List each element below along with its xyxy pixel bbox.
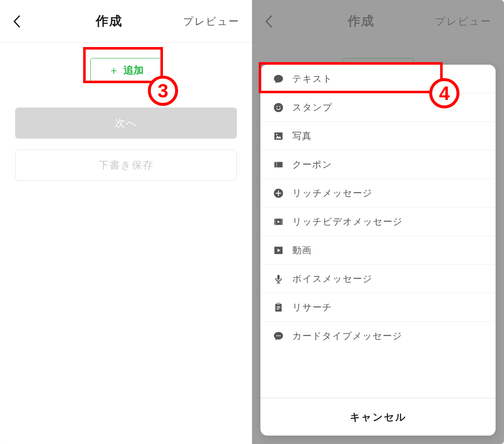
svg-point-24 bbox=[276, 335, 277, 336]
svg-rect-16 bbox=[277, 275, 279, 280]
film-icon bbox=[273, 216, 284, 227]
type-option-rich-video[interactable]: リッチビデオメッセージ bbox=[260, 208, 496, 236]
type-option-video[interactable]: 動画 bbox=[260, 236, 496, 265]
type-picker-sheet: テキスト スタンプ 写真 クーポン リッチメッセージ bbox=[260, 65, 496, 436]
type-option-label: 動画 bbox=[292, 244, 312, 257]
svg-point-1 bbox=[276, 106, 278, 107]
image-icon bbox=[273, 131, 284, 142]
page-title: 作成 bbox=[348, 13, 375, 30]
type-option-label: カードタイプメッセージ bbox=[292, 330, 402, 342]
svg-rect-20 bbox=[277, 303, 280, 304]
type-option-stamp[interactable]: スタンプ bbox=[260, 93, 496, 122]
type-option-label: リッチメッセージ bbox=[292, 187, 373, 200]
save-draft-button[interactable]: 下書き保存 bbox=[15, 150, 237, 181]
svg-rect-3 bbox=[274, 132, 283, 139]
add-button[interactable]: ＋ 追加 bbox=[90, 58, 162, 82]
type-option-label: ボイスメッセージ bbox=[292, 273, 373, 285]
cancel-button-label: キャンセル bbox=[350, 410, 407, 424]
type-option-text[interactable]: テキスト bbox=[260, 65, 496, 93]
type-option-label: テキスト bbox=[292, 73, 333, 85]
back-button[interactable] bbox=[13, 15, 38, 28]
type-option-photo[interactable]: 写真 bbox=[260, 122, 496, 150]
svg-point-2 bbox=[279, 106, 281, 107]
svg-rect-6 bbox=[274, 162, 283, 167]
type-option-label: 写真 bbox=[292, 130, 312, 142]
add-button-label: 追加 bbox=[123, 63, 144, 77]
ticket-icon bbox=[273, 159, 284, 170]
clipboard-icon bbox=[273, 302, 284, 313]
type-option-label: スタンプ bbox=[292, 101, 333, 114]
preview-link[interactable]: プレビュー bbox=[181, 15, 239, 28]
play-icon bbox=[273, 245, 284, 256]
svg-point-0 bbox=[274, 103, 283, 112]
cancel-button[interactable]: キャンセル bbox=[260, 398, 496, 436]
svg-point-5 bbox=[276, 134, 277, 135]
svg-point-26 bbox=[280, 335, 281, 336]
chat-dots-icon bbox=[273, 331, 284, 342]
mic-icon bbox=[273, 273, 284, 284]
chevron-left-icon bbox=[13, 15, 20, 28]
header-right: 作成 プレビュー bbox=[252, 0, 504, 43]
plus-circle-icon bbox=[273, 188, 284, 199]
type-option-coupon[interactable]: クーポン bbox=[260, 150, 496, 179]
type-option-voice[interactable]: ボイスメッセージ bbox=[260, 265, 496, 293]
save-draft-button-label: 下書き保存 bbox=[99, 158, 154, 172]
type-option-research[interactable]: リサーチ bbox=[260, 293, 496, 322]
back-button[interactable] bbox=[265, 15, 290, 28]
type-option-label: クーポン bbox=[292, 158, 332, 171]
type-option-rich-message[interactable]: リッチメッセージ bbox=[260, 179, 496, 208]
type-option-card-message[interactable]: カードタイプメッセージ bbox=[260, 322, 496, 350]
type-option-label: リッチビデオメッセージ bbox=[292, 215, 403, 228]
type-picker-list: テキスト スタンプ 写真 クーポン リッチメッセージ bbox=[260, 65, 496, 398]
preview-link[interactable]: プレビュー bbox=[433, 15, 491, 28]
page-title: 作成 bbox=[96, 13, 123, 30]
next-button[interactable]: 次へ bbox=[15, 108, 237, 139]
chevron-left-icon bbox=[265, 15, 272, 28]
svg-point-25 bbox=[278, 335, 279, 336]
plus-icon: ＋ bbox=[108, 63, 119, 78]
chat-icon bbox=[273, 74, 284, 84]
smile-icon bbox=[273, 102, 284, 113]
next-button-label: 次へ bbox=[115, 116, 137, 130]
type-option-label: リサーチ bbox=[292, 301, 332, 314]
header-left: 作成 プレビュー bbox=[0, 0, 252, 43]
